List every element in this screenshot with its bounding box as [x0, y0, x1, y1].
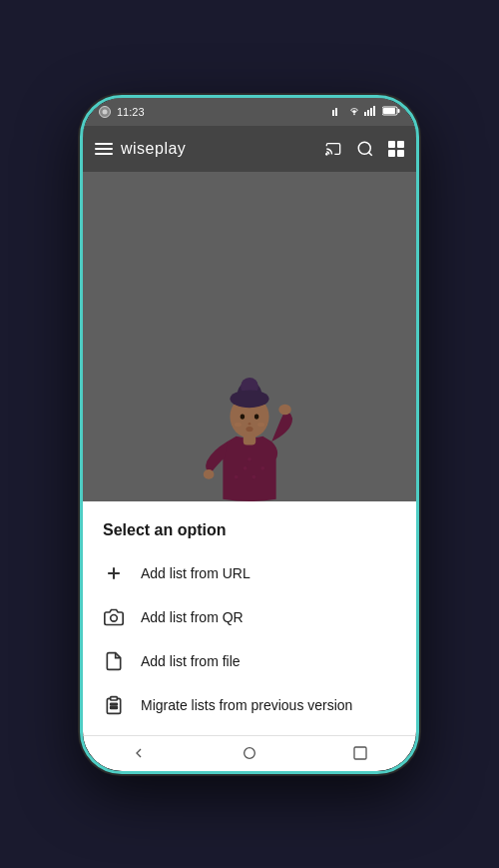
svg-rect-0 — [332, 110, 334, 116]
svg-rect-35 — [111, 706, 118, 708]
plus-icon — [103, 562, 125, 584]
svg-rect-34 — [111, 703, 118, 705]
status-icons — [332, 106, 400, 118]
recents-button[interactable] — [332, 739, 388, 767]
grid-button[interactable] — [388, 141, 404, 157]
svg-rect-3 — [364, 112, 366, 116]
add-qr-label: Add list from QR — [141, 609, 244, 625]
search-button[interactable] — [356, 140, 374, 158]
add-file-item[interactable]: Add list from file — [83, 639, 416, 683]
svg-rect-8 — [383, 108, 395, 114]
clipboard-icon — [103, 694, 125, 716]
svg-point-10 — [326, 153, 327, 154]
sim-icon — [332, 106, 344, 118]
migrate-item[interactable]: Migrate lists from previous version — [83, 683, 416, 727]
svg-point-2 — [353, 113, 355, 115]
app-bar-icons — [324, 140, 404, 158]
svg-rect-4 — [367, 110, 369, 116]
phone-frame: 11:23 — [80, 95, 419, 774]
camera-indicator — [99, 106, 111, 118]
bottom-sheet: Select an option Add list from URL — [83, 501, 416, 735]
camera-icon — [103, 606, 125, 628]
main-content: There are no available lists Select an o… — [83, 172, 416, 735]
migrate-label: Migrate lists from previous version — [141, 697, 352, 713]
home-button[interactable] — [222, 739, 277, 767]
cast-button[interactable] — [324, 141, 342, 157]
wifi-icon — [348, 106, 360, 118]
app-bar: wiseplay — [83, 126, 416, 172]
status-bar-left: 11:23 — [99, 106, 145, 118]
file-icon — [103, 650, 125, 672]
status-bar: 11:23 — [83, 98, 416, 126]
add-url-item[interactable]: Add list from URL — [83, 551, 416, 595]
svg-rect-5 — [370, 108, 372, 116]
svg-point-36 — [245, 748, 255, 759]
svg-rect-9 — [398, 109, 400, 113]
add-url-label: Add list from URL — [141, 565, 250, 581]
add-file-label: Add list from file — [141, 653, 241, 669]
add-qr-item[interactable]: Add list from QR — [83, 595, 416, 639]
svg-rect-37 — [354, 747, 366, 759]
menu-button[interactable] — [95, 143, 113, 155]
nav-bar — [83, 735, 416, 771]
bottom-sheet-title: Select an option — [83, 521, 416, 551]
signal-icon — [364, 106, 378, 118]
svg-point-32 — [111, 614, 118, 621]
svg-rect-33 — [111, 696, 118, 699]
svg-rect-1 — [335, 108, 337, 116]
phone-screen: 11:23 — [83, 98, 416, 771]
svg-rect-6 — [373, 106, 375, 116]
status-time: 11:23 — [117, 106, 145, 118]
app-title: wiseplay — [121, 140, 324, 158]
svg-point-11 — [358, 142, 370, 154]
back-button[interactable] — [111, 739, 167, 767]
battery-icon — [382, 106, 400, 118]
